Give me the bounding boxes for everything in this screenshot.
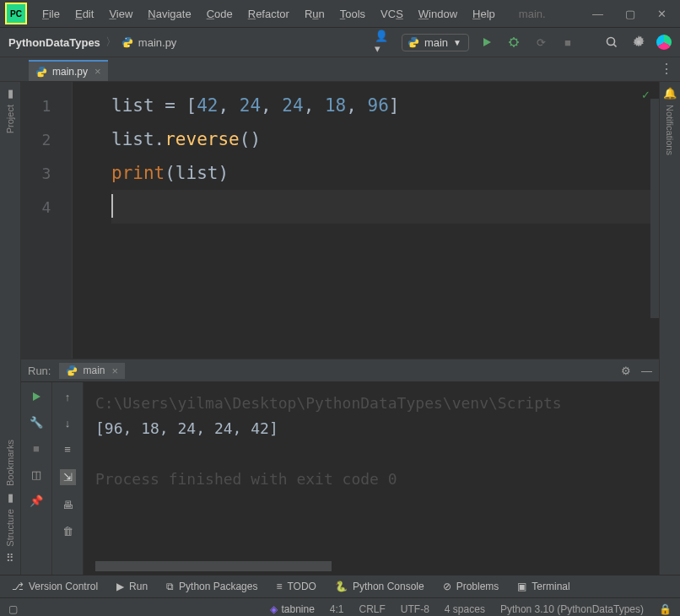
search-icon[interactable]: [602, 33, 621, 51]
bookmarks-icon[interactable]: ▮: [8, 491, 13, 504]
stop-button[interactable]: ■: [559, 33, 577, 51]
debug-button[interactable]: [505, 33, 523, 51]
menu-tools[interactable]: Tools: [340, 8, 365, 20]
line-number-gutter: 1 2 3 4: [21, 82, 73, 359]
structure-icon[interactable]: ⠿: [6, 552, 14, 565]
right-sidebar: 🔔 Notifications: [659, 82, 680, 575]
settings-icon[interactable]: [629, 33, 648, 51]
run-button[interactable]: [478, 33, 496, 51]
up-arrow-icon[interactable]: ↑: [65, 391, 71, 403]
down-arrow-icon[interactable]: ↓: [65, 417, 71, 430]
window-close-icon[interactable]: ✕: [657, 8, 667, 20]
tab-main-py[interactable]: main.py ×: [29, 60, 108, 81]
status-lock-icon[interactable]: 🔒: [659, 603, 672, 615]
inspection-ok-icon[interactable]: ✓: [641, 89, 650, 101]
tab-overflow-icon[interactable]: ⋮: [660, 61, 673, 77]
soft-wrap-icon[interactable]: ≡: [64, 443, 71, 456]
menu-refactor[interactable]: Refactor: [248, 8, 289, 20]
run-panel-settings-icon[interactable]: ⚙: [621, 365, 631, 377]
status-quickaccess-icon[interactable]: ▢: [8, 603, 18, 615]
tool-terminal[interactable]: ▣Terminal: [517, 581, 569, 592]
window-maximize-icon[interactable]: ▢: [625, 8, 635, 20]
run-config-selector[interactable]: main ▼: [402, 34, 469, 51]
window-minimize-icon[interactable]: —: [592, 8, 603, 20]
sidebar-notifications[interactable]: Notifications: [665, 105, 675, 155]
menu-view[interactable]: View: [109, 8, 132, 20]
tool-python-packages[interactable]: ⧉Python Packages: [166, 581, 257, 592]
code-area[interactable]: list = [42, 24, 24, 18, 96] list.reverse…: [111, 82, 659, 359]
status-tabnine[interactable]: ◈tabnine: [270, 603, 314, 615]
output-path: C:\Users\yilma\Desktop\PythonDataTypes\v…: [95, 391, 647, 416]
sidebar-project[interactable]: Project: [5, 105, 15, 133]
code-editor[interactable]: 1 2 3 4 list = [42, 24, 24, 18, 96] list…: [21, 82, 659, 359]
sidebar-structure[interactable]: Structure: [5, 509, 15, 547]
menu-vcs[interactable]: VCS: [380, 8, 403, 20]
tool-python-console[interactable]: 🐍Python Console: [335, 581, 424, 592]
breadcrumb-project[interactable]: PythonDataTypes: [8, 36, 100, 49]
run-config-label: main: [424, 36, 448, 49]
code-with-me-icon[interactable]: [656, 35, 672, 50]
output-exit: Process finished with exit code 0: [95, 467, 647, 492]
run-tab-label: main: [83, 365, 105, 376]
menu-code[interactable]: Code: [207, 8, 233, 20]
python-icon: [66, 365, 78, 376]
status-line-sep[interactable]: CRLF: [359, 603, 386, 615]
tab-close-icon[interactable]: ×: [94, 65, 101, 78]
project-tool-icon[interactable]: ▮: [8, 87, 13, 100]
list-icon: ≡: [276, 581, 282, 592]
line-number: 2: [21, 122, 72, 156]
play-icon: ▶: [116, 581, 124, 592]
toolbar-right: 👤▾ main ▼ ⟳ ■: [375, 33, 672, 51]
run-panel-hide-icon[interactable]: —: [641, 365, 652, 377]
bell-icon[interactable]: 🔔: [663, 87, 677, 100]
menu-help[interactable]: Help: [472, 8, 495, 20]
app-logo-icon: PC: [5, 3, 27, 24]
menu-navigate[interactable]: Navigate: [148, 8, 191, 20]
status-cursor-pos[interactable]: 4:1: [330, 603, 344, 615]
python-icon: [35, 66, 47, 78]
rerun-icon[interactable]: [30, 391, 42, 403]
status-indent[interactable]: 4 spaces: [445, 603, 485, 615]
output-result: [96, 18, 24, 24, 42]: [95, 416, 647, 441]
menu-window[interactable]: Window: [418, 8, 457, 20]
breadcrumb-separator-icon: 〉: [105, 35, 116, 50]
trash-icon[interactable]: 🗑: [62, 525, 73, 538]
tool-version-control[interactable]: ⎇Version Control: [12, 581, 98, 592]
wrench-icon[interactable]: 🔧: [30, 416, 43, 429]
print-icon[interactable]: 🖶: [62, 499, 73, 511]
sidebar-bookmarks[interactable]: Bookmarks: [5, 440, 15, 486]
menu-run[interactable]: Run: [305, 8, 325, 20]
breadcrumb-file[interactable]: main.py: [138, 36, 177, 49]
left-sidebar: ▮ Project Bookmarks ▮ Structure ⠿: [0, 82, 21, 575]
status-interpreter[interactable]: Python 3.10 (PythonDataTypes): [500, 603, 644, 615]
menu-edit[interactable]: Edit: [75, 8, 94, 20]
horizontal-scrollbar[interactable]: [95, 561, 332, 571]
run-panel-tab[interactable]: main ×: [59, 363, 125, 379]
status-bar: ▢ ◈tabnine 4:1 CRLF UTF-8 4 spaces Pytho…: [0, 597, 680, 616]
line-number: 3: [21, 156, 72, 190]
layout-icon[interactable]: ◫: [31, 468, 41, 481]
coverage-button[interactable]: ⟳: [532, 33, 550, 51]
run-panel-title: Run:: [28, 365, 51, 377]
user-icon[interactable]: 👤▾: [375, 33, 393, 51]
tool-todo[interactable]: ≡TODO: [276, 581, 316, 592]
vertical-scrollbar[interactable]: [650, 99, 659, 318]
run-tab-close-icon[interactable]: ×: [111, 365, 118, 377]
scroll-to-end-icon[interactable]: ⇲: [60, 469, 76, 485]
status-encoding[interactable]: UTF-8: [401, 603, 429, 615]
run-toolbar-1: 🔧 ■ ◫ 📌: [21, 382, 52, 575]
tool-run[interactable]: ▶Run: [116, 581, 148, 592]
svg-point-3: [607, 38, 615, 46]
pin-icon[interactable]: 📌: [30, 494, 43, 507]
line-number: 1: [21, 89, 72, 122]
editor-tabs: main.py × ⋮: [0, 57, 680, 82]
stop-icon[interactable]: ■: [33, 442, 40, 455]
bottom-tools-bar: ⎇Version Control ▶Run ⧉Python Packages ≡…: [0, 575, 680, 597]
titlebar: PC File Edit View Navigate Code Refactor…: [0, 0, 680, 28]
packages-icon: ⧉: [166, 581, 174, 592]
tool-problems[interactable]: ⊘Problems: [443, 581, 499, 592]
run-output[interactable]: C:\Users\yilma\Desktop\PythonDataTypes\v…: [84, 382, 659, 575]
menu-file[interactable]: File: [42, 8, 60, 20]
run-panel: Run: main × ⚙ — 🔧 ■ ◫ 📌: [21, 359, 659, 575]
run-panel-header: Run: main × ⚙ —: [21, 359, 659, 382]
